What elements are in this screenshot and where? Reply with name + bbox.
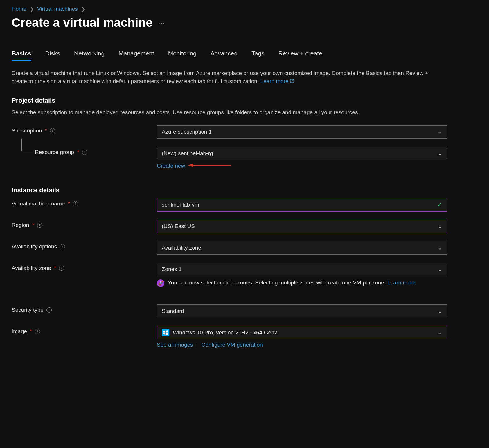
- region-label: Region: [12, 222, 29, 228]
- required-icon: *: [68, 200, 70, 207]
- rocket-icon: 🚀: [157, 279, 164, 287]
- more-actions-button[interactable]: ···: [159, 19, 165, 26]
- tab-networking[interactable]: Networking: [74, 50, 105, 61]
- breadcrumb-virtual-machines[interactable]: Virtual machines: [37, 6, 78, 12]
- tab-management[interactable]: Management: [118, 50, 154, 61]
- tab-tags[interactable]: Tags: [251, 50, 264, 61]
- chevron-down-icon: ⌄: [438, 244, 442, 251]
- info-icon[interactable]: i: [73, 201, 78, 206]
- section-instance-details: Instance details: [12, 187, 477, 194]
- required-icon: *: [30, 328, 32, 335]
- info-icon[interactable]: i: [60, 244, 65, 249]
- security-type-label: Security type: [12, 307, 44, 313]
- required-icon: *: [77, 149, 79, 155]
- chevron-down-icon: ⌄: [438, 266, 442, 273]
- security-type-select[interactable]: Standard ⌄: [157, 304, 447, 318]
- availability-options-label: Availability options: [12, 243, 57, 250]
- info-icon[interactable]: i: [59, 266, 64, 271]
- page-title: Create a virtual machine: [12, 16, 153, 30]
- subscription-select[interactable]: Azure subscription 1 ⌄: [157, 125, 447, 139]
- chevron-down-icon: ⌄: [438, 150, 442, 157]
- info-icon[interactable]: i: [46, 307, 52, 313]
- chevron-down-icon: ⌄: [438, 308, 442, 314]
- create-new-resource-group-link[interactable]: Create new: [157, 163, 185, 169]
- chevron-right-icon: ❯: [81, 6, 85, 12]
- vm-name-input[interactable]: sentinel-lab-vm ✓: [157, 198, 447, 212]
- external-link-icon: [290, 77, 294, 85]
- tree-indent-line: [21, 139, 34, 151]
- required-icon: *: [32, 222, 34, 228]
- availability-zone-label: Availability zone: [12, 265, 51, 271]
- chevron-down-icon: ⌄: [438, 223, 442, 230]
- breadcrumb-home[interactable]: Home: [12, 6, 26, 12]
- info-icon[interactable]: i: [82, 150, 87, 155]
- windows-icon: [162, 329, 169, 336]
- svg-marker-1: [188, 164, 193, 167]
- info-icon[interactable]: i: [50, 128, 55, 133]
- tab-advanced[interactable]: Advanced: [211, 50, 238, 61]
- subscription-label: Subscription: [12, 128, 42, 134]
- section-project-details: Project details: [12, 97, 477, 104]
- availability-zone-select[interactable]: Zones 1 ⌄: [157, 263, 447, 276]
- checkmark-icon: ✓: [437, 201, 442, 209]
- required-icon: *: [54, 265, 56, 271]
- vm-name-label: Virtual machine name: [12, 200, 65, 207]
- required-icon: *: [45, 128, 47, 134]
- zone-multi-note: 🚀 You can now select multiple zones. Sel…: [157, 279, 447, 287]
- image-select[interactable]: Windows 10 Pro, version 21H2 - x64 Gen2 …: [157, 326, 447, 339]
- tab-monitoring[interactable]: Monitoring: [168, 50, 197, 61]
- configure-vm-generation-link[interactable]: Configure VM generation: [202, 342, 263, 348]
- region-select[interactable]: (US) East US ⌄: [157, 220, 447, 233]
- annotation-arrow: [187, 162, 231, 170]
- divider: |: [197, 342, 198, 348]
- info-icon[interactable]: i: [37, 223, 42, 228]
- intro-learn-more-link[interactable]: Learn more: [260, 78, 294, 84]
- intro-text: Create a virtual machine that runs Linux…: [12, 69, 441, 85]
- chevron-down-icon: ⌄: [438, 128, 442, 135]
- resource-group-label: Resource group: [35, 149, 74, 155]
- tab-review-create[interactable]: Review + create: [278, 50, 322, 61]
- tab-disks[interactable]: Disks: [45, 50, 60, 61]
- see-all-images-link[interactable]: See all images: [157, 342, 193, 348]
- info-icon[interactable]: i: [35, 329, 40, 334]
- chevron-right-icon: ❯: [30, 6, 34, 12]
- chevron-down-icon: ⌄: [438, 329, 442, 336]
- image-label: Image: [12, 328, 27, 335]
- resource-group-select[interactable]: (New) sentinel-lab-rg ⌄: [157, 147, 447, 160]
- availability-options-select[interactable]: Availability zone ⌄: [157, 241, 447, 255]
- tab-basics[interactable]: Basics: [12, 50, 31, 61]
- zone-learn-more-link[interactable]: Learn more: [387, 279, 415, 286]
- breadcrumb: Home ❯ Virtual machines ❯: [12, 6, 477, 12]
- project-details-desc: Select the subscription to manage deploy…: [12, 108, 441, 117]
- tabs: Basics Disks Networking Management Monit…: [12, 50, 477, 61]
